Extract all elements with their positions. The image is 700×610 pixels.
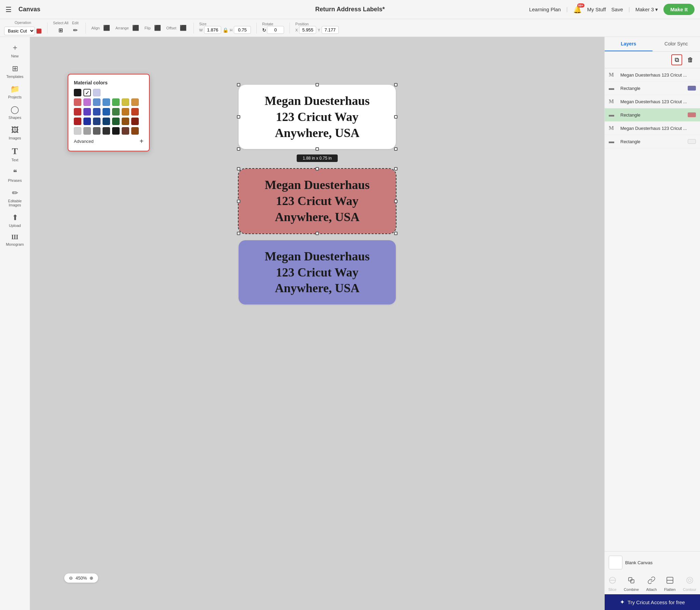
sidebar-item-phrases[interactable]: ❝ Phrases xyxy=(1,165,29,185)
layer-item-4[interactable]: ▬ Rectangle xyxy=(605,108,700,122)
color-swatch-r2-7[interactable] xyxy=(131,98,139,106)
rotate-input[interactable] xyxy=(267,26,284,34)
color-swatch-light-purple[interactable] xyxy=(93,89,100,96)
handle-bl-2[interactable] xyxy=(237,232,240,235)
color-swatch-r5-4[interactable] xyxy=(103,127,110,135)
color-swatch-r5-2[interactable] xyxy=(83,127,91,135)
sidebar-item-monogram[interactable]: Ш Monogram xyxy=(1,231,29,249)
handle-bm-1[interactable] xyxy=(315,147,319,151)
sidebar-item-shapes[interactable]: ◯ Shapes xyxy=(1,103,29,122)
make-it-button[interactable]: Make It xyxy=(663,4,695,15)
lock-icon[interactable]: 🔒 xyxy=(223,27,228,33)
sidebar-item-new[interactable]: ＋ New xyxy=(1,40,29,61)
color-swatch-white-checked[interactable]: ✓ xyxy=(83,89,91,96)
tab-layers[interactable]: Layers xyxy=(605,37,652,51)
handle-tl-1[interactable] xyxy=(237,83,240,86)
color-swatch-r4-4[interactable] xyxy=(103,118,110,125)
flip-button[interactable]: ⬛ xyxy=(153,23,162,33)
color-swatch-black[interactable] xyxy=(74,89,81,96)
layer-item-3[interactable]: M Megan Duesterhaus 123 Cricut ... xyxy=(605,95,700,108)
offset-button[interactable]: ⬛ xyxy=(178,23,188,33)
y-input[interactable] xyxy=(322,26,339,34)
handle-mr-2[interactable] xyxy=(394,200,398,203)
label-card-2[interactable]: Megan Duesterhaus123 Cricut WayAnywhere,… xyxy=(239,169,396,233)
color-swatch-r4-3[interactable] xyxy=(93,118,100,125)
label-card-3[interactable]: Megan Duesterhaus123 Cricut WayAnywhere,… xyxy=(239,240,396,304)
advanced-colors-toggle[interactable]: Advanced + xyxy=(74,137,144,145)
color-swatch-r5-3[interactable] xyxy=(93,127,100,135)
sidebar-item-images[interactable]: 🖼 Images xyxy=(1,123,29,143)
blank-canvas-item[interactable]: Blank Canvas xyxy=(609,556,696,569)
color-swatch-r3-6[interactable] xyxy=(122,108,129,116)
layer-item-1[interactable]: M Megan Duesterhaus 123 Cricut ... xyxy=(605,68,700,82)
handle-bm-2[interactable] xyxy=(315,232,319,235)
operation-color-swatch[interactable] xyxy=(36,28,42,34)
edit-button[interactable]: ✏ xyxy=(70,26,80,35)
handle-tr-2[interactable] xyxy=(394,167,398,171)
zoom-minus-button[interactable]: ⊖ xyxy=(69,575,73,581)
sidebar-item-templates[interactable]: ⊞ Templates xyxy=(1,62,29,81)
handle-br-1[interactable] xyxy=(394,147,398,151)
color-swatch-r4-6[interactable] xyxy=(122,118,129,125)
handle-tm-1[interactable] xyxy=(315,83,319,86)
add-color-icon[interactable]: + xyxy=(139,137,144,145)
color-swatch-r2-2[interactable] xyxy=(83,98,91,106)
x-input[interactable] xyxy=(299,26,316,34)
color-swatch-r3-3[interactable] xyxy=(93,108,100,116)
delete-layer-button[interactable]: 🗑 xyxy=(685,54,696,65)
combine-action[interactable]: Combine xyxy=(624,576,639,592)
handle-tm-2[interactable] xyxy=(315,167,319,171)
flatten-action[interactable]: Flatten xyxy=(664,576,676,592)
handle-tl-2[interactable] xyxy=(237,167,240,171)
operation-select[interactable]: Basic Cut xyxy=(4,27,35,35)
color-swatch-r4-7[interactable] xyxy=(131,118,139,125)
my-stuff-link[interactable]: My Stuff xyxy=(587,6,606,12)
color-swatch-r4-1[interactable] xyxy=(74,118,81,125)
maker-selector[interactable]: Maker 3 ▾ xyxy=(635,6,658,13)
save-button[interactable]: Save xyxy=(611,6,623,12)
handle-ml-2[interactable] xyxy=(237,200,240,203)
color-swatch-r5-7[interactable] xyxy=(131,127,139,135)
handle-br-2[interactable] xyxy=(394,232,398,235)
sidebar-item-text[interactable]: T Text xyxy=(1,144,29,165)
notification-bell[interactable]: 🔔 99+ xyxy=(573,5,582,14)
layer-item-5[interactable]: M Megan Duesterhaus 123 Cricut ... xyxy=(605,122,700,135)
color-swatch-r3-4[interactable] xyxy=(103,108,110,116)
color-swatch-r2-5[interactable] xyxy=(112,98,120,106)
label-card-1[interactable]: Megan Duesterhaus123 Cricut WayAnywhere,… xyxy=(239,85,396,149)
layer-item-6[interactable]: ▬ Rectangle xyxy=(605,135,700,148)
handle-mr-1[interactable] xyxy=(394,115,398,119)
canvas-content[interactable]: Megan Duesterhaus123 Cricut WayAnywhere,… xyxy=(163,51,471,311)
learning-plan-link[interactable]: Learning Plan xyxy=(529,6,561,12)
select-all-button[interactable]: ⊞ xyxy=(56,26,66,35)
color-swatch-r2-6[interactable] xyxy=(122,98,129,106)
duplicate-layer-button[interactable]: ⧉ xyxy=(671,54,682,65)
sidebar-item-editable-images[interactable]: ✏ Editable Images xyxy=(1,186,29,210)
color-swatch-r4-2[interactable] xyxy=(83,118,91,125)
handle-tr-1[interactable] xyxy=(394,83,398,86)
color-swatch-r3-1[interactable] xyxy=(74,108,81,116)
hamburger-menu[interactable]: ☰ xyxy=(5,5,12,14)
color-swatch-r5-5[interactable] xyxy=(112,127,120,135)
arrange-button[interactable]: ⬛ xyxy=(131,23,140,33)
sidebar-item-upload[interactable]: ⬆ Upload xyxy=(1,211,29,230)
color-swatch-r5-6[interactable] xyxy=(122,127,129,135)
color-swatch-r2-4[interactable] xyxy=(103,98,110,106)
canvas-area[interactable]: Material colors ✓ xyxy=(30,37,604,610)
color-swatch-r3-2[interactable] xyxy=(83,108,91,116)
cricut-access-bar[interactable]: ✦ Try Cricut Access for free xyxy=(605,594,700,610)
color-swatch-r5-1[interactable] xyxy=(74,127,81,135)
color-swatch-r2-1[interactable] xyxy=(74,98,81,106)
color-swatch-r4-5[interactable] xyxy=(112,118,120,125)
attach-action[interactable]: Attach xyxy=(646,576,657,592)
layer-item-2[interactable]: ▬ Rectangle xyxy=(605,82,700,95)
handle-bl-1[interactable] xyxy=(237,147,240,151)
tab-color-sync[interactable]: Color Sync xyxy=(652,37,700,51)
color-swatch-r2-3[interactable] xyxy=(93,98,100,106)
handle-ml-1[interactable] xyxy=(237,115,240,119)
align-button[interactable]: ⬛ xyxy=(102,23,111,33)
color-swatch-r3-5[interactable] xyxy=(112,108,120,116)
width-input[interactable] xyxy=(204,26,221,34)
height-input[interactable] xyxy=(234,26,251,34)
sidebar-item-projects[interactable]: 📁 Projects xyxy=(1,82,29,102)
